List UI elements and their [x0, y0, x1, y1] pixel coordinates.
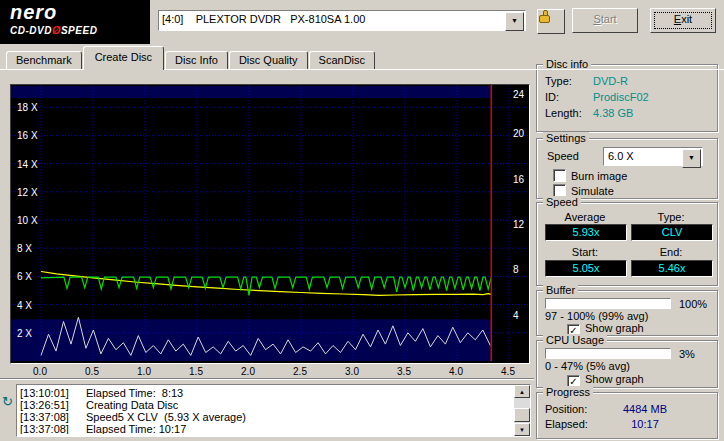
log-line: [13:10:01]Elapsed Time: 8:13 [20, 387, 512, 399]
disc-info-value: 4.38 GB [593, 107, 633, 119]
svg-text:2 X: 2 X [17, 328, 32, 339]
disc-info-row: ID:ProdiscF02 [545, 91, 649, 104]
disc-info-value: ProdiscF02 [593, 91, 649, 103]
svg-text:12: 12 [513, 219, 525, 230]
log-scrollbar[interactable]: ▲ ▼ [514, 385, 530, 436]
svg-text:8: 8 [513, 264, 519, 275]
log-timestamp: [13:26:51] [20, 399, 86, 411]
tab-disc-info[interactable]: Disc Info [165, 51, 228, 69]
speed-select-label: Speed [547, 150, 579, 162]
checkbox-icon[interactable] [553, 169, 566, 182]
cpu-show-graph-checkbox[interactable]: ✓Show graph [567, 373, 644, 386]
disc-info-label: Type: [545, 75, 593, 87]
speed-chart: 2 X4 X6 X8 X10 X12 X14 X16 X18 X48121620… [10, 84, 530, 364]
speed-select[interactable]: 6.0 X ▼ [603, 147, 703, 166]
eject-button[interactable] [537, 9, 565, 34]
exit-button[interactable]: Exit [650, 8, 716, 33]
average-speed-value: 5.93x [545, 224, 627, 241]
disc-info-group: Disc info Type:DVD-RID:ProdiscF02Length:… [536, 64, 718, 132]
drive-select-value: [4:0] PLEXTOR DVDR PX-810SA 1.00 [162, 13, 505, 25]
tab-strip: BenchmarkCreate DiscDisc InfoDisc Qualit… [6, 46, 376, 70]
tab-scandisc[interactable]: ScanDisc [309, 51, 375, 69]
cpu-title: CPU Usage [543, 334, 607, 346]
log-text: Elapsed Time: 8:13 [86, 387, 183, 399]
log-timestamp: [13:37:08] [20, 411, 86, 423]
log-line: [13:37:08]Elapsed Time: 10:17 [20, 423, 512, 434]
log-timestamp: [13:37:08] [20, 423, 86, 434]
disc-info-label: ID: [545, 91, 593, 103]
busy-icon: ↻ [2, 394, 13, 409]
buffer-title: Buffer [543, 284, 578, 296]
svg-text:16: 16 [513, 174, 525, 185]
checkbox-burn-image[interactable]: Burn image [553, 169, 627, 182]
tab-benchmark[interactable]: Benchmark [6, 51, 82, 69]
settings-title: Settings [543, 132, 589, 144]
x-tick-label: 3.0 [340, 366, 364, 377]
chart-x-axis-labels: 0.00.51.01.52.02.53.03.54.04.5 [10, 366, 530, 378]
svg-text:20: 20 [513, 128, 525, 139]
speed-select-dropdown-icon[interactable]: ▼ [682, 149, 701, 168]
svg-text:18 X: 18 X [17, 102, 38, 113]
x-tick-label: 2.5 [288, 366, 312, 377]
scroll-thumb[interactable] [514, 408, 530, 422]
elapsed-value: 10:17 [595, 418, 695, 430]
tab-disc-quality[interactable]: Disc Quality [229, 51, 308, 69]
average-label: Average [545, 211, 625, 223]
svg-text:8 X: 8 X [17, 243, 32, 254]
x-tick-label: 0.5 [80, 366, 104, 377]
elapsed-label: Elapsed: [545, 418, 588, 430]
svg-text:6 X: 6 X [17, 271, 32, 282]
svg-text:24: 24 [513, 89, 525, 100]
scroll-down-icon[interactable]: ▼ [514, 423, 530, 436]
separator [0, 378, 534, 380]
drive-select-dropdown-icon[interactable]: ▼ [505, 12, 524, 31]
log-text: Elapsed Time: 10:17 [86, 423, 186, 434]
logo-slash-icon: Ø [52, 24, 61, 36]
disc-info-label: Length: [545, 107, 593, 119]
nero-logo: nero CD-DVDØSPEED [0, 0, 150, 44]
cdspeed-logo-text: CD-DVDØSPEED [10, 24, 150, 36]
cpu-group: CPU Usage 3% 0 - 47% (5% avg) ✓Show grap… [536, 340, 718, 388]
log-line: [13:37:08]Speed5 X CLV (5.93 X average) [20, 411, 512, 423]
position-value: 4484 MB [595, 403, 695, 415]
cpu-percent: 3% [679, 348, 695, 360]
svg-text:10 X: 10 X [17, 215, 38, 226]
cpu-range-text: 0 - 47% (5% avg) [545, 360, 630, 372]
checkbox-label: Burn image [571, 170, 627, 182]
disc-info-row: Length:4.38 GB [545, 107, 633, 120]
x-tick-label: 1.0 [132, 366, 156, 377]
disc-info-value: DVD-R [593, 75, 628, 87]
log-box: [13:10:01]Elapsed Time: 8:13[13:26:51]Cr… [16, 384, 531, 437]
svg-text:4 X: 4 X [17, 300, 32, 311]
start-speed-value: 5.05x [545, 260, 627, 277]
log-text: Creating Data Disc [86, 399, 178, 411]
start-speed-label: Start: [545, 246, 625, 258]
end-speed-value: 5.46x [631, 260, 713, 277]
start-button[interactable]: Start [572, 8, 638, 33]
progress-group: Progress Position: 4484 MB Elapsed: 10:1… [536, 392, 718, 439]
buffer-range-text: 97 - 100% (99% avg) [545, 310, 648, 322]
disc-info-row: Type:DVD-R [545, 75, 628, 88]
svg-text:16 X: 16 X [17, 130, 38, 141]
scroll-up-icon[interactable]: ▲ [514, 385, 530, 398]
svg-text:14 X: 14 X [17, 159, 38, 170]
x-tick-label: 4.0 [444, 366, 468, 377]
cpu-bar [545, 348, 671, 359]
buffer-bar [545, 298, 671, 309]
x-tick-label: 2.0 [236, 366, 260, 377]
buffer-group: Buffer 100% 97 - 100% (99% avg) ✓Show gr… [536, 290, 718, 336]
x-tick-label: 4.5 [496, 366, 520, 377]
position-label: Position: [545, 403, 587, 415]
log-text: Speed5 X CLV (5.93 X average) [86, 411, 246, 423]
settings-group: Settings Speed 6.0 X ▼ Burn imageSimulat… [536, 138, 718, 199]
tab-create-disc[interactable]: Create Disc [83, 46, 164, 70]
x-tick-label: 1.5 [184, 366, 208, 377]
speed-type-value: CLV [631, 224, 713, 241]
log-timestamp: [13:10:01] [20, 387, 86, 399]
svg-text:4: 4 [513, 310, 519, 321]
x-tick-label: 0.0 [28, 366, 52, 377]
x-tick-label: 3.5 [392, 366, 416, 377]
drive-select[interactable]: [4:0] PLEXTOR DVDR PX-810SA 1.00 ▼ [158, 10, 526, 31]
end-speed-label: End: [631, 246, 711, 258]
type-label: Type: [631, 211, 711, 223]
